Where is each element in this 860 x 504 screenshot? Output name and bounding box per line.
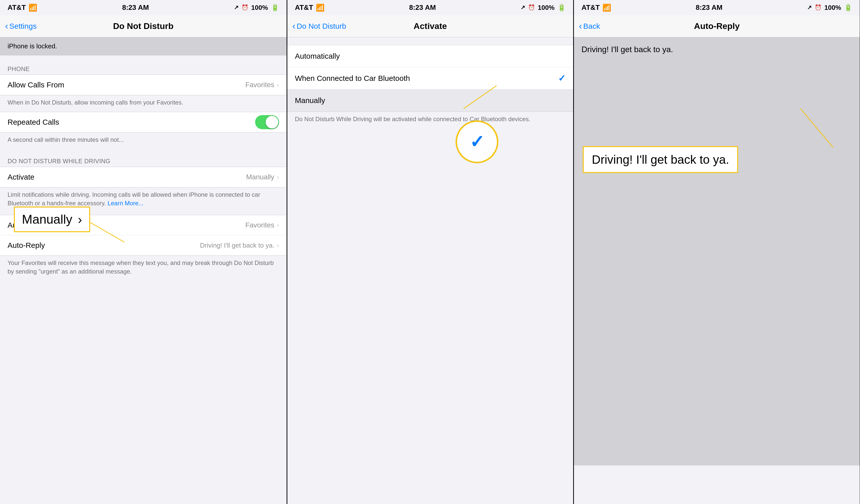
status-bar-left-3: AT&T 📶	[582, 3, 611, 12]
annotation-chevron-manually-1: ›	[78, 212, 82, 227]
automatically-label: Automatically	[295, 52, 340, 60]
carrier-2: AT&T	[295, 3, 313, 12]
battery-pct-1: 100%	[251, 4, 268, 12]
car-bluetooth-checkmark: ✓	[558, 73, 565, 84]
repeated-calls-label: Repeated Calls	[8, 118, 59, 127]
back-button-settings[interactable]: ‹ Settings	[5, 21, 37, 31]
nav-bar-3: ‹ Back Auto-Reply	[574, 15, 860, 37]
status-bar-left-2: AT&T 📶	[295, 3, 325, 12]
back-button-dnd[interactable]: ‹ Do Not Disturb	[292, 21, 346, 31]
time-2: 8:23 AM	[409, 3, 436, 12]
location-icon-2: ↗	[520, 4, 525, 11]
allow-calls-chevron: ›	[277, 81, 279, 89]
back-button-back[interactable]: ‹ Back	[579, 21, 600, 31]
auto-reply-label: Auto-Reply	[8, 241, 45, 249]
status-bar-3: AT&T 📶 8:23 AM ↗ ⏰ 100% 🔋	[574, 0, 860, 15]
annotation-circle-checkmark: ✓	[456, 120, 498, 163]
auto-reply-value-text: Driving! I'll get back to ya.	[200, 242, 274, 249]
auto-reply-to-value: Favorites ›	[245, 221, 279, 229]
annotation-text-manually-1: Manually	[22, 212, 72, 227]
auto-reply-bg	[574, 88, 860, 465]
status-indicators-1: ↗ ⏰ 100% 🔋	[234, 4, 279, 12]
page-title-2: Activate	[414, 21, 447, 31]
wifi-icon-2: 📶	[316, 3, 325, 12]
carrier-1: AT&T	[8, 3, 26, 12]
auto-reply-to-value-text: Favorites	[245, 221, 274, 229]
status-bar-left-1: AT&T 📶	[8, 3, 37, 12]
battery-pct-3: 100%	[825, 4, 841, 12]
battery-icon-3: 🔋	[844, 4, 852, 12]
activate-value-text: Manually	[246, 173, 274, 181]
status-bar-1: AT&T 📶 8:23 AM ↗ ⏰ 100% 🔋	[0, 0, 287, 15]
panel-auto-reply: AT&T 📶 8:23 AM ↗ ⏰ 100% 🔋 ‹ Back Auto-Re…	[573, 0, 860, 504]
allow-calls-from-row[interactable]: Allow Calls From Favorites ›	[0, 75, 287, 95]
repeated-calls-row[interactable]: Repeated Calls	[0, 112, 287, 132]
alarm-icon-2: ⏰	[528, 4, 535, 11]
manually-label: Manually	[295, 96, 325, 105]
repeated-calls-toggle[interactable]	[255, 115, 279, 129]
car-bluetooth-label: When Connected to Car Bluetooth	[295, 74, 410, 83]
section-header-phone: PHONE	[0, 60, 287, 74]
status-indicators-2: ↗ ⏰ 100% 🔋	[520, 4, 566, 12]
wifi-icon-1: 📶	[28, 3, 37, 12]
auto-reply-to-chevron: ›	[277, 221, 279, 229]
nav-bar-2: ‹ Do Not Disturb Activate	[287, 15, 573, 37]
page-title-3: Auto-Reply	[694, 21, 740, 31]
section-header-dnd-driving: DO NOT DISTURB WHILE DRIVING	[0, 153, 287, 167]
auto-reply-text-area: Driving! I'll get back to ya.	[574, 37, 860, 88]
activate-row[interactable]: Activate Manually ›	[0, 167, 287, 187]
back-chevron-2: ‹	[292, 21, 296, 31]
back-label-2: Do Not Disturb	[297, 22, 346, 30]
time-3: 8:23 AM	[696, 3, 722, 12]
allow-calls-label: Allow Calls From	[8, 81, 64, 89]
location-icon-1: ↗	[234, 4, 239, 11]
alarm-icon-3: ⏰	[815, 4, 821, 11]
repeated-calls-toggle-container	[255, 115, 279, 129]
learn-more-link[interactable]: Learn More...	[108, 200, 144, 206]
battery-pct-2: 100%	[538, 4, 555, 12]
annotation-text-driving: Driving! I'll get back to ya.	[592, 153, 729, 166]
status-bar-2: AT&T 📶 8:23 AM ↗ ⏰ 100% 🔋	[287, 0, 573, 15]
automatically-option[interactable]: Automatically	[287, 45, 573, 67]
annotation-checkmark-icon: ✓	[470, 131, 485, 152]
carrier-3: AT&T	[582, 3, 600, 12]
activate-desc-2: Do Not Disturb While Driving will be act…	[287, 112, 573, 128]
repeated-calls-desc-text: A second call within three minutes will …	[8, 136, 124, 143]
back-label-1: Settings	[9, 22, 37, 30]
auto-reply-chevron: ›	[277, 242, 279, 249]
allow-calls-desc: When in Do Not Disturb, allow incoming c…	[0, 95, 287, 112]
allow-calls-value: Favorites ›	[245, 81, 279, 89]
iphone-locked-desc: iPhone is locked.	[0, 37, 287, 55]
location-icon-3: ↗	[807, 4, 812, 11]
auto-reply-row[interactable]: Auto-Reply Driving! I'll get back to ya.…	[0, 235, 287, 255]
phone-settings-group: Allow Calls From Favorites ›	[0, 74, 287, 95]
nav-bar-1: ‹ Settings Do Not Disturb	[0, 15, 287, 37]
alarm-icon-1: ⏰	[242, 4, 248, 11]
activate-chevron: ›	[277, 173, 279, 181]
iphone-locked-text: iPhone is locked.	[8, 42, 57, 50]
panel-activate: AT&T 📶 8:23 AM ↗ ⏰ 100% 🔋 ‹ Do Not Distu…	[287, 0, 573, 504]
page-title-1: Do Not Disturb	[113, 21, 173, 31]
battery-icon-1: 🔋	[271, 4, 279, 12]
dnd-driving-group: Activate Manually ›	[0, 167, 287, 187]
panel-do-not-disturb: AT&T 📶 8:23 AM ↗ ⏰ 100% 🔋 ‹ Settings Do …	[0, 0, 287, 504]
battery-icon-2: 🔋	[558, 4, 565, 12]
activate-options-group: Automatically When Connected to Car Blue…	[287, 45, 573, 112]
back-chevron-1: ‹	[5, 21, 8, 31]
annotation-box-driving: Driving! I'll get back to ya.	[583, 146, 738, 173]
repeated-calls-group: Repeated Calls	[0, 112, 287, 132]
back-label-3: Back	[583, 22, 600, 30]
time-1: 8:23 AM	[122, 3, 149, 12]
wifi-icon-3: 📶	[602, 3, 611, 12]
auto-reply-desc: Your Favorites will receive this message…	[0, 256, 287, 280]
annotation-box-manually-1: Manually ›	[14, 206, 90, 232]
status-indicators-3: ↗ ⏰ 100% 🔋	[807, 4, 852, 12]
car-bluetooth-option[interactable]: When Connected to Car Bluetooth ✓	[287, 67, 573, 89]
allow-calls-value-text: Favorites	[245, 81, 274, 89]
auto-reply-display-text: Driving! I'll get back to ya.	[582, 45, 673, 54]
back-chevron-3: ‹	[579, 21, 582, 31]
activate-label: Activate	[8, 173, 34, 181]
activate-value: Manually ›	[246, 173, 279, 181]
repeated-calls-desc: A second call within three minutes will …	[0, 132, 287, 149]
manually-option[interactable]: Manually	[287, 89, 573, 112]
